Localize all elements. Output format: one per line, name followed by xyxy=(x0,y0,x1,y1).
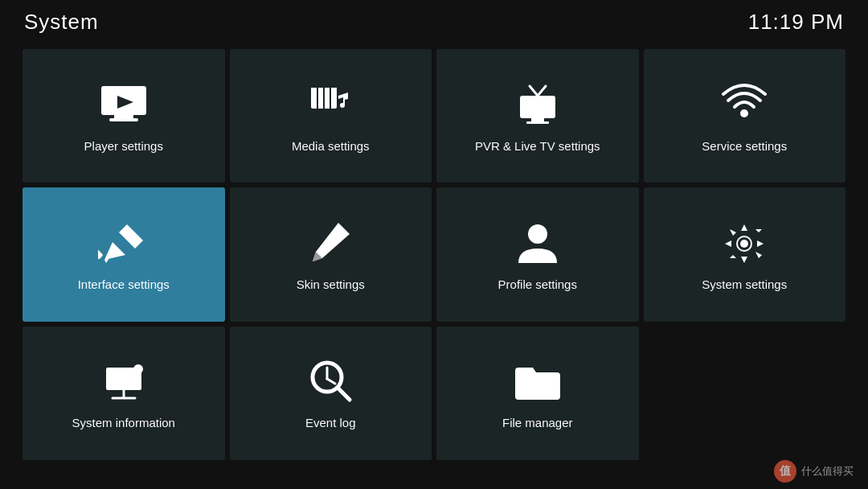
profile-settings-icon xyxy=(512,218,563,269)
system-information-label: System information xyxy=(72,416,175,429)
event-log-icon xyxy=(305,356,356,408)
service-settings-tile[interactable]: Service settings xyxy=(644,49,846,183)
header: System 11:19 PM xyxy=(0,0,868,44)
settings-grid: Player settingsMedia settingsPVR & Live … xyxy=(0,44,868,465)
pvr-settings-tile[interactable]: PVR & Live TV settings xyxy=(436,49,639,183)
player-settings-icon xyxy=(98,80,149,131)
event-log-tile[interactable]: Event log xyxy=(230,327,432,460)
watermark: 值 什么值得买 xyxy=(774,460,854,483)
system-settings-icon xyxy=(719,218,770,269)
player-settings-label: Player settings xyxy=(84,139,163,153)
service-settings-label: Service settings xyxy=(702,139,787,153)
skin-settings-label: Skin settings xyxy=(297,277,365,291)
watermark-logo: 值 xyxy=(774,460,796,483)
page-title: System xyxy=(24,10,99,35)
player-settings-tile[interactable]: Player settings xyxy=(23,49,225,183)
clock: 11:19 PM xyxy=(748,10,844,35)
file-manager-label: File manager xyxy=(502,416,573,429)
skin-settings-tile[interactable]: Skin settings xyxy=(230,187,432,321)
system-information-tile[interactable]: System information xyxy=(23,327,225,460)
system-information-icon xyxy=(98,356,149,408)
pvr-settings-label: PVR & Live TV settings xyxy=(475,139,600,153)
interface-settings-icon xyxy=(98,218,149,269)
media-settings-icon xyxy=(305,80,356,131)
system-settings-label: System settings xyxy=(702,277,787,291)
skin-settings-icon xyxy=(305,218,356,269)
interface-settings-label: Interface settings xyxy=(78,277,170,291)
event-log-label: Event log xyxy=(305,416,356,429)
interface-settings-tile[interactable]: Interface settings xyxy=(23,187,225,321)
media-settings-tile[interactable]: Media settings xyxy=(230,49,432,183)
file-manager-icon xyxy=(512,356,563,408)
watermark-text: 什么值得买 xyxy=(801,464,854,479)
media-settings-label: Media settings xyxy=(292,139,370,153)
file-manager-tile[interactable]: File manager xyxy=(436,327,639,460)
system-settings-tile[interactable]: System settings xyxy=(644,187,846,321)
profile-settings-tile[interactable]: Profile settings xyxy=(436,187,639,321)
profile-settings-label: Profile settings xyxy=(498,277,577,291)
pvr-settings-icon xyxy=(512,80,563,131)
service-settings-icon xyxy=(719,80,770,131)
